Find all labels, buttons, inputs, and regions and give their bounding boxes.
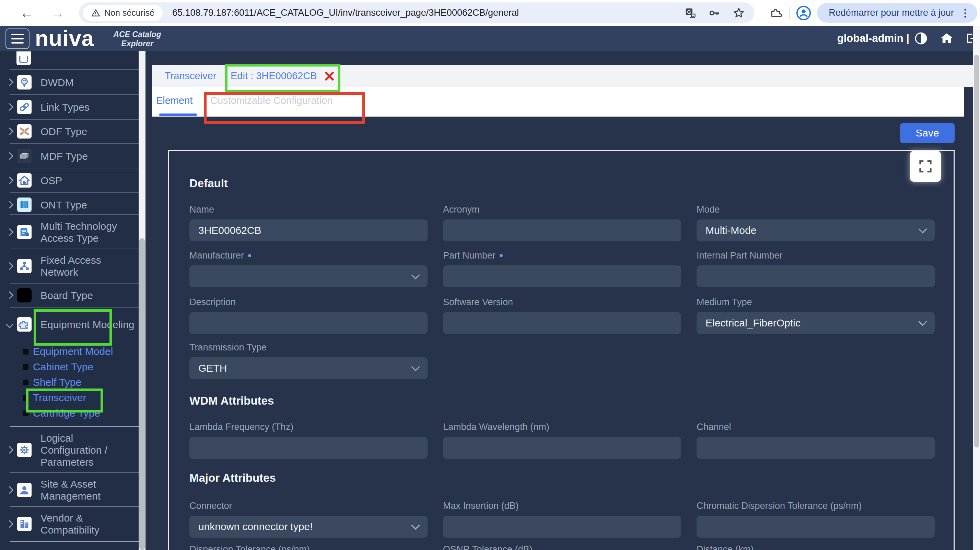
security-label: Non sécurisé [104,8,154,18]
chevron-right-icon [6,263,13,269]
security-chip[interactable]: Non sécurisé [83,5,163,21]
section-title-default: Default [189,177,228,190]
connector-select[interactable]: unknown connector type! [189,516,428,538]
sidebar-item-mdf-type[interactable]: MDF Type [0,144,138,168]
required-dot-icon [248,254,251,257]
field-internal-part-number: Internal Part Number [697,250,935,287]
part-number-input[interactable] [443,265,681,287]
person-icon [17,483,32,497]
chevron-right-icon [6,153,13,159]
sidebar-item-dwdm[interactable]: DWDM [0,70,138,94]
chevron-right-icon [6,487,13,493]
sidebar-item-vendor-compatibility[interactable]: Vendor & Compatibility [0,507,138,541]
url-text[interactable]: 65.108.79.187:6011/ACE_CATALOG_UI/inv/tr… [172,8,519,18]
sidebar-item-multi-technology-access-type[interactable]: Multi Technology Access Type [0,216,138,249]
channel-input[interactable] [697,437,935,459]
sidebar-item-label: ODF Type [40,125,138,138]
field-transmission-type: Transmission Type GETH [189,342,428,379]
page-tab-bar: Transceiver Edit : 3HE00062CB [152,65,973,87]
key-icon[interactable] [708,7,721,19]
field-label: Distance (km) [697,544,935,550]
sidebar-item-fixed-access-network[interactable]: Fixed Access Network [0,249,138,283]
field-max-insertion: Max Insertion (dB) [443,500,681,538]
tab-transceiver[interactable]: Transceiver [165,65,216,87]
mode-select[interactable]: Multi-Mode [697,219,935,241]
section-title-wdm-attributes: WDM Attributes [189,394,274,407]
sidebar-item-logical-configuration-parameters[interactable]: Logical Configuration / Parameters [0,427,138,472]
divider [10,214,138,215]
close-icon[interactable] [324,70,335,82]
tab-customizable-configuration[interactable]: Customizable Configuration [210,87,332,114]
name-input[interactable] [189,219,428,241]
field-distance: Distance (km) [697,544,935,550]
medium-type-select[interactable]: Electrical_FiberOptic [697,312,935,334]
field-mode: Mode Multi-Mode [697,204,935,241]
sidebar-item-odf-type[interactable]: ODF Type [0,119,138,143]
selected-value: unknown connector type! [198,521,313,533]
field-description: Description [189,296,428,334]
browser-menu-icon[interactable]: ⋮ [960,7,970,19]
address-bar[interactable]: Non sécurisé 65.108.79.187:6011/ACE_CATA… [79,2,754,23]
bookmark-star-icon[interactable] [732,6,745,19]
field-dispersion-tolerance: Dispersion Tolerance (ps/nm) [189,544,428,550]
field-software-version: Software Version [443,296,681,334]
sidebar-subitem-cabinet-type[interactable]: Cabinet Type [0,359,138,375]
sidebar-item-board-type[interactable]: Board Type [0,284,138,307]
tab-element[interactable]: Element [156,87,192,114]
internal-part-number-input[interactable] [697,265,935,287]
restart-to-update-button[interactable]: Redémarrer pour mettre à jour ⋮ [817,3,977,23]
gear-icon [17,443,32,457]
bulb-icon [17,75,32,89]
sidebar-subitem-equipment-model[interactable]: Equipment Model [0,344,138,359]
chevron-down-icon [411,521,420,529]
required-dot-icon [500,254,503,257]
chevron-down-icon [918,317,927,326]
menu-toggle-button[interactable] [5,29,30,49]
sidebar-item-osp[interactable]: OSP [0,168,138,192]
chevron-right-icon [6,178,13,183]
field-label: Lambda Wavelength (nm) [443,422,681,433]
current-user-label: global-admin | [837,26,909,51]
software-version-input[interactable] [443,312,681,334]
sidebar-item-site-asset-management[interactable]: Site & Asset Management [0,473,138,506]
manufacturer-select[interactable] [189,265,428,287]
chevron-down-icon [411,271,420,279]
profile-icon[interactable] [796,5,811,21]
divider [10,541,138,542]
theme-contrast-icon[interactable] [914,26,928,51]
form-card: Default Name Acronym Mode Multi-Mode [168,150,955,550]
sidebar-subitem-cartridge-type[interactable]: Cartridge Type [0,405,138,421]
back-icon[interactable]: ← [16,0,37,26]
toolbar-separator [789,7,789,19]
forward-icon[interactable]: → [47,0,68,26]
max-insertion-input[interactable] [443,516,681,538]
chevron-down-icon [918,225,927,233]
sidebar-subitem-shelf-type[interactable]: Shelf Type [0,374,138,390]
sidebar-subitem-transceiver[interactable]: Transceiver [0,390,138,406]
tab-label: Edit : 3HE00062CB [231,70,317,82]
field-label: Chromatic Dispersion Tolerance (ps/nm) [697,500,935,512]
field-label: Internal Part Number [697,250,935,261]
description-input[interactable] [189,312,428,334]
transmission-type-select[interactable]: GETH [189,357,428,379]
browser-toolbar: ← → ⟳ Non sécurisé 65.108.79.187:6011/AC… [0,0,980,26]
app-title-line1: ACE Catalog [103,30,172,39]
lambda-frequency-input[interactable] [189,437,428,459]
translate-icon[interactable]: G [684,7,697,19]
sidebar-scrollbar-thumb[interactable] [139,238,145,550]
extensions-icon[interactable] [770,6,783,19]
acronym-input[interactable] [443,219,681,241]
chromatic-dispersion-tolerance-input[interactable] [697,516,935,538]
tab-edit-3he00062cb[interactable]: Edit : 3HE00062CB [231,65,335,87]
sidebar-item-ont-type[interactable]: ONT Type [0,193,138,217]
sidebar-item-link-types[interactable]: Link Types [0,95,138,119]
lambda-wavelength-input[interactable] [443,437,681,459]
home-icon[interactable] [940,26,954,51]
restart-label: Redémarrer pour mettre à jour [829,8,954,18]
page-scrollbar-thumb[interactable] [974,55,979,447]
fullscreen-button[interactable] [910,151,941,182]
sidebar-item-equipment-modeling[interactable]: Equipment Modeling [0,307,138,341]
chevron-right-icon [6,128,13,134]
chevron-right-icon [6,79,13,85]
save-button[interactable]: Save [900,123,955,143]
